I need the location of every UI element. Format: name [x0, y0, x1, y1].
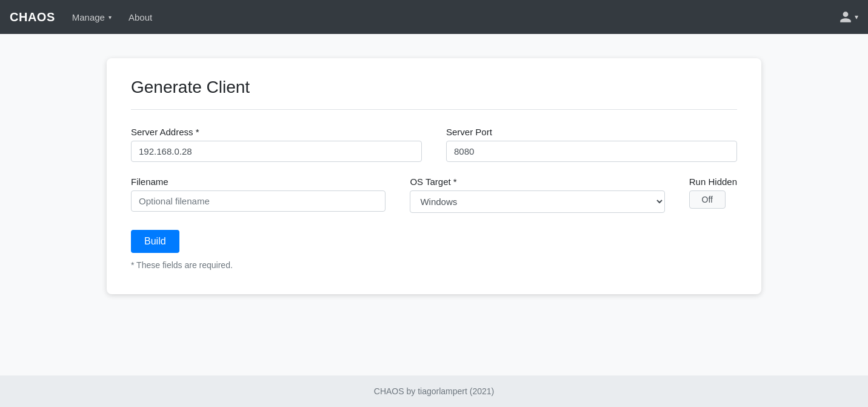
main-content: Generate Client Server Address * Server …: [0, 34, 868, 375]
filename-group: Filename: [131, 177, 386, 212]
chevron-down-icon: ▾: [109, 14, 112, 21]
generate-client-card: Generate Client Server Address * Server …: [107, 58, 761, 294]
footer-text: CHAOS by tiagorlampert (2021): [374, 386, 494, 396]
navbar: CHAOS Manage ▾ About ▾: [0, 0, 868, 34]
footer: CHAOS by tiagorlampert (2021): [0, 375, 868, 407]
run-hidden-label: Run Hidden: [689, 177, 737, 187]
filename-label: Filename: [131, 177, 386, 187]
os-target-select[interactable]: Windows Linux macOS: [410, 190, 664, 213]
run-hidden-toggle[interactable]: Off: [689, 190, 726, 209]
server-address-label: Server Address *: [131, 127, 422, 137]
server-port-input[interactable]: [446, 141, 737, 162]
server-address-group: Server Address *: [131, 127, 422, 162]
os-target-group: OS Target * Windows Linux macOS: [410, 177, 664, 213]
server-port-label: Server Port: [446, 127, 737, 137]
nav-manage-label: Manage: [72, 12, 105, 22]
nav-about-label: About: [129, 12, 152, 22]
chevron-down-icon: ▾: [855, 13, 858, 21]
page-title: Generate Client: [131, 78, 737, 97]
server-address-input[interactable]: [131, 141, 422, 162]
required-note: * These fields are required.: [131, 260, 737, 270]
nav-brand[interactable]: CHAOS: [10, 10, 55, 24]
server-port-group: Server Port: [446, 127, 737, 162]
nav-user-menu[interactable]: ▾: [839, 10, 858, 24]
nav-about[interactable]: About: [121, 7, 159, 27]
form-row-secondary: Filename OS Target * Windows Linux macOS…: [131, 177, 737, 213]
filename-input[interactable]: [131, 190, 386, 212]
form-row-server: Server Address * Server Port: [131, 127, 737, 162]
os-target-label: OS Target *: [410, 177, 664, 187]
run-hidden-group: Run Hidden Off: [689, 177, 737, 209]
card-divider: [131, 109, 737, 110]
build-button[interactable]: Build: [131, 230, 179, 253]
nav-links: Manage ▾ About: [65, 7, 839, 27]
user-icon: [839, 10, 852, 24]
nav-manage[interactable]: Manage ▾: [65, 7, 119, 27]
